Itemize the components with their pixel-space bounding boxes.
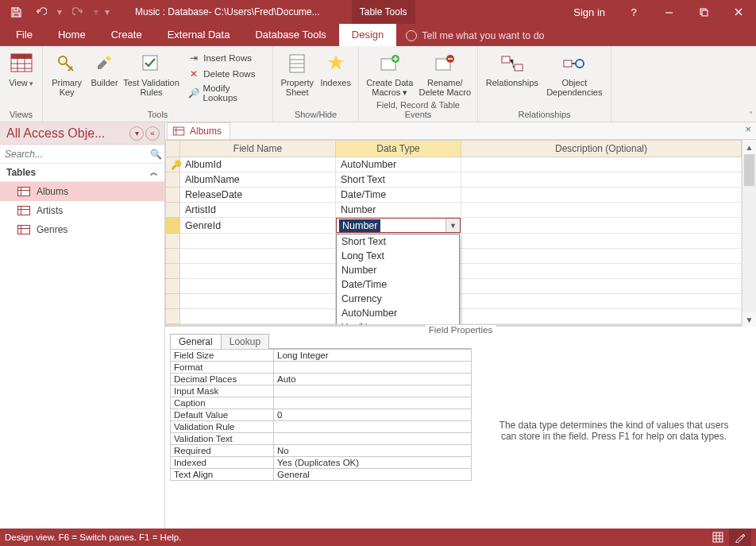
row-selector-active[interactable] [166, 218, 180, 234]
grid-scrollbar[interactable]: ▲ ▼ [742, 140, 756, 327]
data-type-option[interactable]: Long Text [337, 249, 459, 263]
tab-file[interactable]: File [3, 24, 45, 46]
view-button[interactable]: View [5, 49, 37, 88]
nav-item-artists[interactable]: Artists [0, 201, 164, 220]
field-properties-grid[interactable]: Field SizeLong IntegerFormatDecimal Plac… [170, 349, 472, 481]
property-row[interactable]: Validation Rule [171, 421, 472, 433]
help-icon[interactable]: ? [616, 0, 651, 24]
insert-rows-button[interactable]: ⇥Insert Rows [184, 51, 268, 65]
field-row[interactable]: 🔑AlbumIdAutoNumber [166, 157, 742, 172]
field-row[interactable]: ReleaseDateDate/Time [166, 188, 742, 203]
table-icon [17, 206, 30, 215]
ribbon: View Views Primary Key Builder Test Vali… [0, 46, 756, 122]
data-type-option[interactable]: Number [337, 263, 459, 277]
field-row[interactable]: AlbumNameShort Text [166, 172, 742, 188]
rename-delete-macro-button[interactable]: Rename/ Delete Macro [418, 49, 472, 97]
property-value[interactable]: Yes (Duplicates OK) [274, 457, 472, 469]
property-row[interactable]: Input Mask [171, 385, 472, 397]
nav-item-albums[interactable]: Albums [0, 182, 164, 201]
close-document-icon[interactable]: × [745, 123, 756, 135]
maximize-button[interactable] [686, 0, 721, 24]
svg-rect-13 [564, 60, 572, 67]
data-type-option[interactable]: Date/Time [337, 277, 459, 292]
property-row[interactable]: RequiredNo [171, 445, 472, 457]
property-row[interactable]: Format [171, 362, 472, 374]
grid-corner[interactable] [166, 141, 180, 157]
property-sheet-button[interactable]: Property Sheet [278, 49, 316, 97]
property-row[interactable]: IndexedYes (Duplicates OK) [171, 457, 472, 469]
nav-collapse-icon[interactable]: « [145, 126, 160, 141]
document-tab-albums[interactable]: Albums [167, 122, 230, 139]
properties-tab-lookup[interactable]: Lookup [221, 334, 269, 349]
property-row[interactable]: Caption [171, 397, 472, 409]
builder-button[interactable]: Builder [87, 49, 121, 87]
tools-group-label: Tools [43, 108, 272, 122]
modify-lookups-button[interactable]: 🔎Modify Lookups [184, 83, 268, 103]
indexes-button[interactable]: Indexes [318, 49, 353, 87]
minimize-button[interactable] [651, 0, 686, 24]
property-row[interactable]: Default Value0 [171, 409, 472, 421]
tab-database-tools[interactable]: Database Tools [242, 24, 338, 46]
property-value[interactable]: Auto [274, 374, 472, 385]
scroll-thumb[interactable] [744, 154, 754, 186]
data-type-dropdown[interactable]: Short TextLong TextNumberDate/TimeCurren… [336, 234, 460, 327]
property-value[interactable]: Long Integer [274, 350, 472, 362]
nav-section-tables[interactable]: Tables ︽ [0, 164, 164, 182]
close-button[interactable] [721, 0, 756, 24]
redo-icon[interactable] [67, 1, 89, 23]
property-value[interactable] [274, 397, 472, 409]
property-value[interactable]: 0 [274, 409, 472, 421]
tab-home[interactable]: Home [45, 24, 98, 46]
property-row[interactable]: Text AlignGeneral [171, 469, 472, 481]
field-grid[interactable]: Field Name Data Type Description (Option… [165, 140, 742, 324]
scroll-up-icon[interactable]: ▲ [742, 140, 756, 154]
data-type-option[interactable]: Short Text [337, 234, 459, 249]
datasheet-view-icon[interactable] [707, 529, 729, 546]
scroll-down-icon[interactable]: ▼ [742, 312, 756, 327]
nav-menu-icon[interactable]: ▾ [129, 126, 144, 141]
data-type-combobox[interactable]: Number ▼ [336, 218, 461, 233]
tab-design[interactable]: Design [339, 24, 396, 46]
property-value[interactable] [274, 362, 472, 374]
property-value[interactable] [274, 385, 472, 397]
nav-search[interactable]: 🔍 [0, 145, 164, 164]
tell-me-search[interactable]: Tell me what you want to do [406, 30, 544, 46]
field-row[interactable]: ArtistIdNumber [166, 203, 742, 218]
col-data-type[interactable]: Data Type [336, 141, 461, 157]
design-view-icon[interactable] [729, 529, 751, 546]
properties-help-text: The data type determines the kind of val… [472, 333, 756, 529]
property-value[interactable] [274, 433, 472, 445]
col-description[interactable]: Description (Optional) [461, 141, 742, 157]
tab-external-data[interactable]: External Data [155, 24, 243, 46]
relationships-group-label: Relationships [478, 108, 611, 122]
test-validation-button[interactable]: Test Validation Rules [123, 49, 179, 97]
relationships-button[interactable]: Relationships [483, 49, 542, 87]
property-value[interactable]: No [274, 445, 472, 457]
save-icon[interactable] [5, 1, 27, 23]
undo-icon[interactable] [30, 1, 52, 23]
property-value[interactable]: General [274, 469, 472, 481]
nav-item-genres[interactable]: Genres [0, 220, 164, 239]
nav-search-input[interactable] [0, 146, 147, 162]
collapse-ribbon-icon[interactable]: ˄ [749, 110, 753, 119]
property-value[interactable] [274, 421, 472, 433]
data-type-option[interactable]: AutoNumber [337, 306, 459, 320]
svg-point-14 [576, 60, 584, 68]
property-sheet-label: Property Sheet [280, 78, 314, 97]
property-row[interactable]: Validation Text [171, 433, 472, 445]
create-data-macros-button[interactable]: Create Data Macros ▾ [364, 49, 416, 97]
chevron-down-icon[interactable]: ▼ [446, 219, 460, 232]
field-row-active[interactable]: GenreId Number ▼ Short TextLong TextNumb… [166, 218, 742, 234]
primary-key-button[interactable]: Primary Key [48, 49, 86, 97]
property-row[interactable]: Decimal PlacesAuto [171, 374, 472, 385]
sign-in-link[interactable]: Sign in [562, 6, 616, 18]
properties-tab-general[interactable]: General [170, 334, 222, 349]
tab-create[interactable]: Create [98, 24, 155, 46]
object-dependencies-button[interactable]: Object Dependencies [543, 49, 606, 97]
property-row[interactable]: Field SizeLong Integer [171, 350, 472, 362]
nav-header-title[interactable]: All Access Obje... [6, 126, 128, 141]
col-field-name[interactable]: Field Name [180, 141, 336, 157]
data-type-option[interactable]: Currency [337, 292, 459, 306]
delete-rows-button[interactable]: ✕Delete Rows [184, 67, 268, 81]
search-icon[interactable]: 🔍 [147, 149, 164, 160]
